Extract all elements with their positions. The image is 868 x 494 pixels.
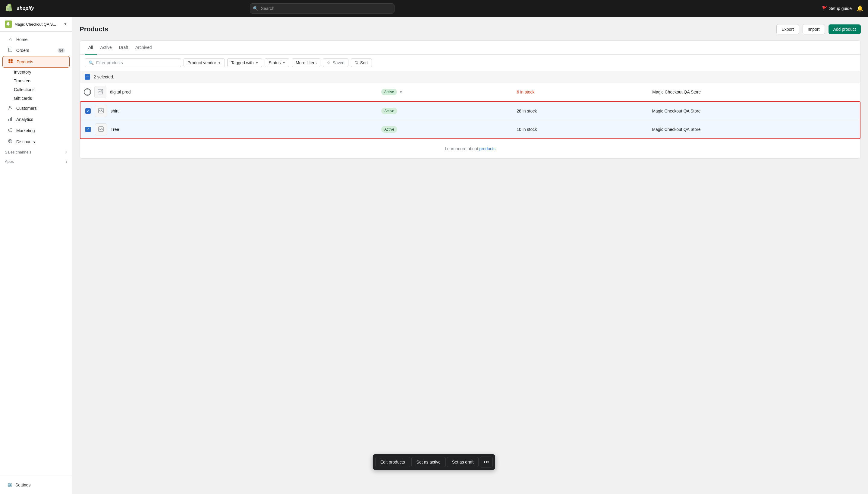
product-name-tree: Tree <box>111 127 381 132</box>
main-content: Products Export Import Add product All A… <box>72 17 868 494</box>
sort-button[interactable]: ⇅ Sort <box>351 58 372 67</box>
import-button[interactable]: Import <box>803 24 825 34</box>
tab-archived[interactable]: Archived <box>132 41 155 55</box>
svg-rect-11 <box>11 117 12 121</box>
status-label: Status <box>269 60 281 65</box>
product-name-digital-prod: digital prod <box>110 90 381 94</box>
store-selector[interactable]: Magic Checkout QA S... ▼ <box>0 17 72 32</box>
home-icon: ⌂ <box>7 37 13 42</box>
search-input[interactable] <box>250 3 395 14</box>
filters-bar: 🔍 Product vendor ▼ Tagged with ▼ Status … <box>80 55 861 71</box>
svg-rect-5 <box>11 59 13 61</box>
sidebar-item-discounts-label: Discounts <box>16 139 35 144</box>
select-all-checkbox[interactable] <box>85 74 90 80</box>
filter-search-container: 🔍 <box>85 58 181 67</box>
sidebar-item-customers[interactable]: Customers <box>2 103 70 114</box>
product-checkbox-tree[interactable] <box>85 127 91 132</box>
product-checkbox-shirt[interactable] <box>85 108 91 114</box>
tab-active[interactable]: Active <box>97 41 115 55</box>
more-filters-button[interactable]: More filters <box>292 58 320 67</box>
sales-channels-section[interactable]: Sales channels › <box>0 148 72 157</box>
more-actions-button[interactable]: ••• <box>480 457 493 468</box>
selection-count: 2 selected. <box>94 75 114 79</box>
svg-rect-4 <box>9 59 11 61</box>
shopify-logo-text: shopify <box>17 6 34 11</box>
page-title: Products <box>80 25 108 33</box>
add-product-button[interactable]: Add product <box>829 24 861 34</box>
product-vendor-chevron-icon: ▼ <box>218 61 221 64</box>
discounts-icon <box>7 139 13 145</box>
products-icon <box>7 59 14 65</box>
shopify-logo[interactable]: shopify <box>5 4 34 13</box>
orders-badge: 54 <box>58 48 65 53</box>
product-checkbox-digital-prod[interactable] <box>85 89 90 95</box>
status-badge-active: Active <box>381 108 397 114</box>
products-list: digital prod Active ▼ 6 in stock Magic C… <box>80 83 861 139</box>
product-vendor-digital-prod: Magic Checkout QA Store <box>652 90 856 94</box>
selected-products-group: shirt Active 28 in stock Magic Checkout … <box>80 101 861 139</box>
edit-products-button[interactable]: Edit products <box>375 457 410 467</box>
sidebar-item-gift-cards[interactable]: Gift cards <box>14 94 70 102</box>
learn-more-text: Learn more about <box>445 146 479 151</box>
setup-guide-button[interactable]: 🚩 Setup guide <box>822 6 852 11</box>
sidebar-item-customers-label: Customers <box>16 106 37 111</box>
product-image-tree <box>95 124 107 135</box>
products-tabs: All Active Draft Archived <box>80 41 861 55</box>
store-name: Magic Checkout QA S... <box>15 22 61 26</box>
status-filter[interactable]: Status ▼ <box>264 58 289 67</box>
sidebar-item-settings[interactable]: ⚙️ Settings <box>5 481 67 489</box>
table-row[interactable]: digital prod Active ▼ 6 in stock Magic C… <box>80 83 861 101</box>
nav-section: ⌂ Home Orders 54 Products Inventory Tran… <box>0 32 72 476</box>
sidebar-item-inventory[interactable]: Inventory <box>14 68 70 76</box>
floating-action-bar: Edit products Set as active Set as draft… <box>373 454 495 470</box>
tagged-with-filter[interactable]: Tagged with ▼ <box>227 58 262 67</box>
set-as-draft-button[interactable]: Set as draft <box>447 457 479 467</box>
svg-rect-7 <box>11 61 13 63</box>
product-image-shirt <box>95 105 107 117</box>
table-row[interactable]: shirt Active 28 in stock Magic Checkout … <box>80 102 860 120</box>
product-vendor-filter[interactable]: Product vendor ▼ <box>183 58 225 67</box>
product-status-tree: Active <box>381 126 517 133</box>
svg-point-13 <box>11 141 11 142</box>
sidebar-item-discounts[interactable]: Discounts <box>2 136 70 147</box>
sidebar-item-products[interactable]: Products <box>2 56 70 68</box>
products-sub-nav: Inventory Transfers Collections Gift car… <box>0 68 72 102</box>
learn-more-link[interactable]: products <box>479 146 495 151</box>
topbar: shopify 🔍 🚩 Setup guide 🔔 <box>0 0 868 17</box>
apps-section[interactable]: Apps › <box>0 157 72 166</box>
checkbox-cell <box>85 89 94 95</box>
selection-bar: 2 selected. <box>80 71 861 83</box>
search-bar: 🔍 <box>250 3 395 14</box>
sidebar-item-marketing[interactable]: Marketing <box>2 125 70 136</box>
notifications-bell-icon[interactable]: 🔔 <box>856 5 863 12</box>
svg-point-8 <box>9 106 11 108</box>
tab-draft[interactable]: Draft <box>115 41 132 55</box>
product-vendor-tree: Magic Checkout QA Store <box>652 127 855 132</box>
product-stock-tree: 10 in stock <box>517 127 652 132</box>
checkbox-dash <box>86 77 89 77</box>
sidebar-item-transfers[interactable]: Transfers <box>14 77 70 85</box>
export-button[interactable]: Export <box>776 24 799 34</box>
sidebar-item-analytics[interactable]: Analytics <box>2 114 70 125</box>
sidebar-item-collections[interactable]: Collections <box>14 86 70 94</box>
saved-label: Saved <box>332 60 344 65</box>
sales-channels-label: Sales channels <box>5 150 31 154</box>
filter-search-input[interactable] <box>96 60 177 65</box>
setup-guide-label: Setup guide <box>829 6 852 11</box>
svg-point-18 <box>102 109 102 110</box>
product-name-shirt: shirt <box>111 109 381 113</box>
status-dropdown-icon[interactable]: ▼ <box>399 91 402 94</box>
topbar-right: 🚩 Setup guide 🔔 <box>822 5 863 12</box>
orders-icon <box>7 48 13 53</box>
sidebar-item-home[interactable]: ⌂ Home <box>2 34 70 45</box>
set-as-active-button[interactable]: Set as active <box>411 457 446 467</box>
status-badge-active: Active <box>381 126 397 133</box>
sidebar-item-orders[interactable]: Orders 54 <box>2 45 70 56</box>
star-icon: ☆ <box>327 60 331 65</box>
saved-button[interactable]: ☆ Saved <box>323 58 349 67</box>
sidebar-item-analytics-label: Analytics <box>16 117 33 122</box>
search-icon: 🔍 <box>253 6 258 11</box>
table-row[interactable]: Tree Active 10 in stock Magic Checkout Q… <box>80 120 860 138</box>
tab-all[interactable]: All <box>85 41 97 55</box>
sales-channels-expand-icon: › <box>66 150 67 154</box>
